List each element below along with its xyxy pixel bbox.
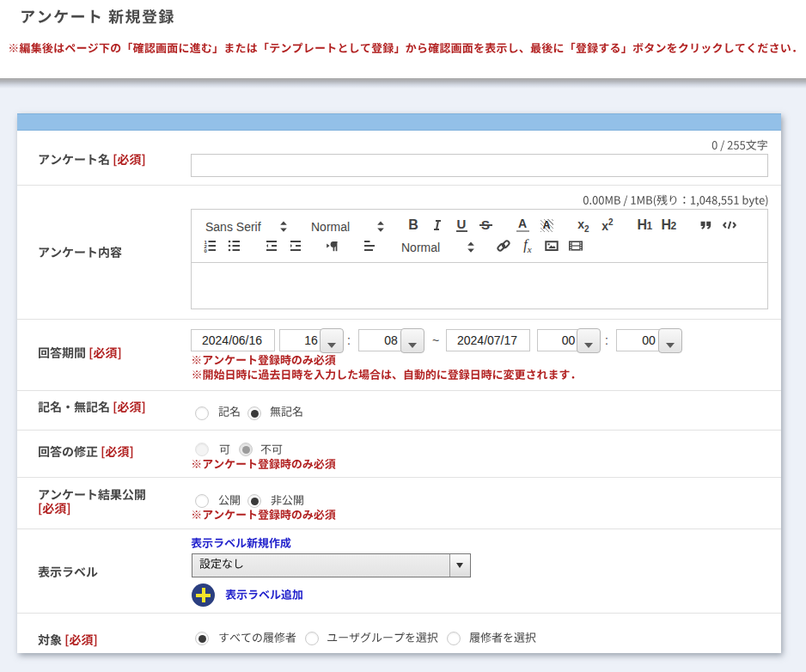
svg-text:0: 0 — [205, 248, 208, 254]
